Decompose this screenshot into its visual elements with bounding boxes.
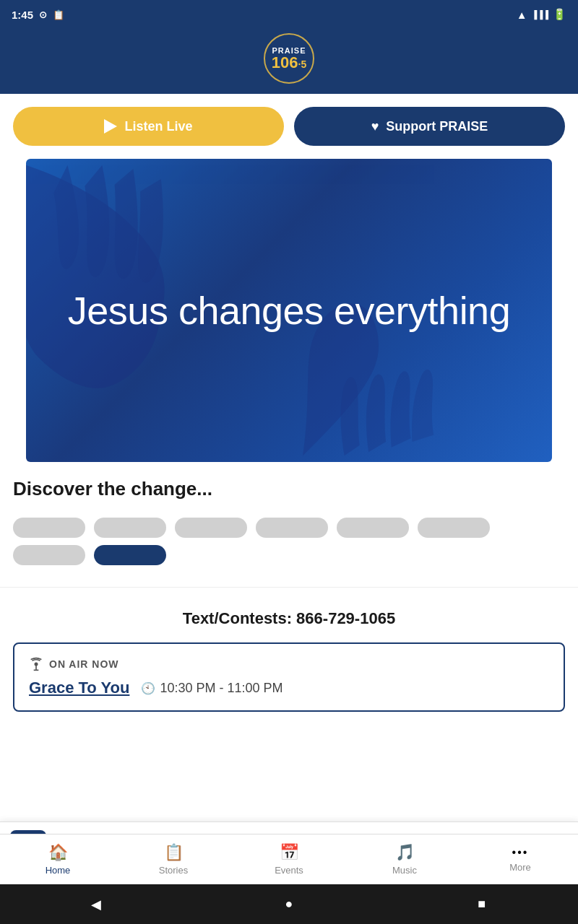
category-row-1 xyxy=(13,518,565,538)
status-icon-1: ⊙ xyxy=(39,9,47,20)
contests-text: Text/Contests: 866-729-1065 xyxy=(183,609,395,627)
wifi-icon: ▲ xyxy=(517,9,527,21)
discover-label: Discover the change... xyxy=(13,478,212,500)
on-air-section: ON AIR NOW Grace To You 🕙 10:30 PM - 11:… xyxy=(13,642,565,712)
nav-item-home[interactable]: 🏠 Home xyxy=(0,834,116,884)
nav-more-label: More xyxy=(509,862,531,873)
action-buttons-row: Listen Live ♥ Support PRAISE xyxy=(0,94,578,159)
nav-item-more[interactable]: ••• More xyxy=(462,834,578,884)
nav-events-label: Events xyxy=(275,865,303,876)
bottom-nav: 🏠 Home 📋 Stories 📅 Events 🎵 Music ••• Mo… xyxy=(0,834,578,884)
listen-live-label: Listen Live xyxy=(124,119,192,134)
logo-container: PRAISE 106 ·5 xyxy=(264,33,314,84)
more-icon: ••• xyxy=(512,846,529,859)
music-icon: 🎵 xyxy=(395,843,415,862)
play-icon xyxy=(104,119,117,134)
hero-text: Jesus changes everything xyxy=(39,274,539,347)
nav-music-label: Music xyxy=(392,865,417,876)
status-bar-right: ▲ ▐▐▐ 🔋 xyxy=(517,8,566,21)
category-pill-7[interactable] xyxy=(13,545,85,565)
on-air-label: ON AIR NOW xyxy=(49,658,119,670)
category-pill-6[interactable] xyxy=(418,518,490,538)
heart-icon: ♥ xyxy=(371,119,379,134)
battery-icon: 🔋 xyxy=(553,8,566,21)
android-nav-bar: ◀ ● ■ xyxy=(0,884,578,924)
signal-icon: ▐▐▐ xyxy=(532,10,548,19)
show-name[interactable]: Grace To You xyxy=(29,679,129,697)
hero-banner: Jesus changes everything xyxy=(26,159,552,462)
category-row-2 xyxy=(13,545,565,565)
status-bar-left: 1:45 ⊙ 📋 xyxy=(12,9,64,21)
logo-dot: ·5 xyxy=(298,58,307,70)
category-pill-4[interactable] xyxy=(256,518,328,538)
app-logo: PRAISE 106 ·5 xyxy=(264,33,314,84)
home-icon: 🏠 xyxy=(48,843,68,862)
category-pill-1[interactable] xyxy=(13,518,85,538)
android-home-button[interactable]: ● xyxy=(275,890,303,919)
on-air-header: ON AIR NOW xyxy=(29,657,549,671)
nav-item-stories[interactable]: 📋 Stories xyxy=(116,834,231,884)
hero-wrapper: Jesus changes everything xyxy=(0,159,578,462)
android-back-icon: ◀ xyxy=(91,897,101,912)
support-praise-label: Support PRAISE xyxy=(386,119,488,134)
on-air-show-row: Grace To You 🕙 10:30 PM - 11:00 PM xyxy=(29,679,549,697)
app-container: 1:45 ⊙ 📋 ▲ ▐▐▐ 🔋 PRAISE 106 ·5 xyxy=(0,0,578,856)
clock-icon: 🕙 xyxy=(141,681,155,695)
support-praise-button[interactable]: ♥ Support PRAISE xyxy=(294,107,565,146)
show-time-text: 10:30 PM - 11:00 PM xyxy=(160,681,282,696)
listen-live-button[interactable]: Listen Live xyxy=(13,107,284,146)
category-section xyxy=(0,507,578,587)
show-time: 🕙 10:30 PM - 11:00 PM xyxy=(141,681,282,696)
main-content: Listen Live ♥ Support PRAISE xyxy=(0,94,578,856)
android-recent-button[interactable]: ■ xyxy=(467,890,496,919)
category-pill-5[interactable] xyxy=(337,518,409,538)
app-header: PRAISE 106 ·5 xyxy=(0,29,578,94)
contests-section: Text/Contests: 866-729-1065 xyxy=(0,587,578,642)
category-pill-8-active[interactable] xyxy=(94,545,166,565)
status-time: 1:45 xyxy=(12,9,33,21)
nav-item-music[interactable]: 🎵 Music xyxy=(347,834,462,884)
on-air-icon xyxy=(29,657,43,671)
nav-home-label: Home xyxy=(46,865,71,876)
android-recent-icon: ■ xyxy=(478,897,486,912)
stories-icon: 📋 xyxy=(164,843,184,862)
android-back-button[interactable]: ◀ xyxy=(82,890,111,919)
nav-stories-label: Stories xyxy=(159,865,188,876)
logo-number: 106 xyxy=(272,55,298,71)
category-pill-3[interactable] xyxy=(175,518,247,538)
category-pill-2[interactable] xyxy=(94,518,166,538)
status-icon-2: 📋 xyxy=(53,9,64,20)
nav-item-events[interactable]: 📅 Events xyxy=(231,834,347,884)
events-icon: 📅 xyxy=(280,843,299,862)
discover-text: Discover the change... xyxy=(0,462,578,507)
hero-main-text: Jesus changes everything xyxy=(68,289,510,332)
status-bar: 1:45 ⊙ 📋 ▲ ▐▐▐ 🔋 xyxy=(0,0,578,29)
android-home-icon: ● xyxy=(285,897,293,912)
